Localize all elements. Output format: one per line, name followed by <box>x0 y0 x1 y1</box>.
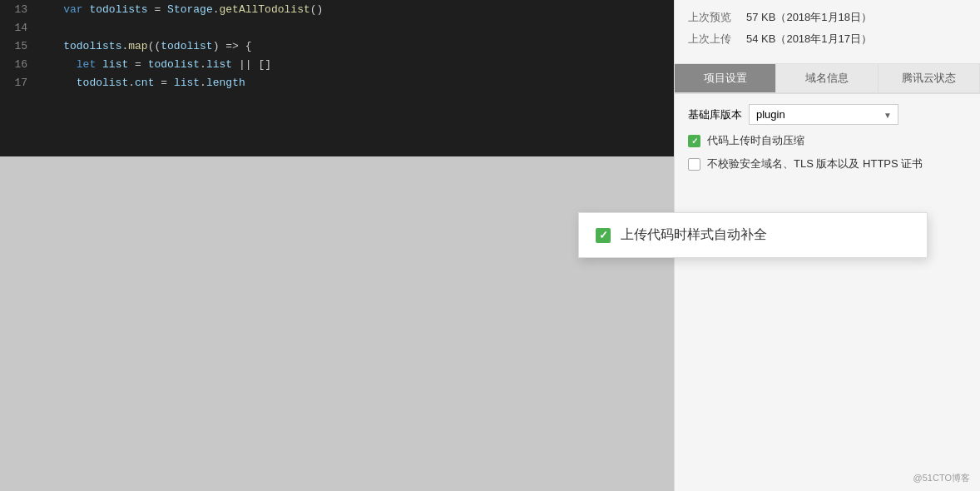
settings-content: 基础库版本 plugin 代码上传时自动压缩 不校验安全域名、TLS 版本以及 … <box>675 94 980 491</box>
line-number-16: 16 <box>0 58 37 71</box>
info-label-preview: 上次预览 <box>688 10 746 25</box>
attribution: @51CTO博客 <box>913 472 970 484</box>
checkbox-no-verify-icon <box>688 158 700 171</box>
debugger-tabs: rity Storage AppData Wxml Sensor Trace <box>0 358 674 383</box>
right-top-info: 上次预览 57 KB（2018年1月18日） 上次上传 54 KB（2018年1… <box>675 0 980 64</box>
dropdown-arrow-icon: ▼ <box>76 389 86 401</box>
debugger-content <box>0 408 674 491</box>
code-line-13: 13 var todolists = Storage.getAllTodolis… <box>0 3 674 22</box>
line-code-17: todolist.cnt = list.length <box>37 77 245 89</box>
base-lib-label: 基础库版本 <box>688 107 742 122</box>
levels-select[interactable]: Default levels ▼ <box>7 387 92 404</box>
checkbox-compress-icon <box>688 135 700 147</box>
checkbox-no-verify[interactable]: 不校验安全域名、TLS 版本以及 HTTPS 证书 <box>688 156 967 171</box>
info-label-upload: 上次上传 <box>688 32 746 47</box>
info-value-upload: 54 KB（2018年1月17日） <box>746 32 872 47</box>
editor-area: 13 var todolists = Storage.getAllTodolis… <box>0 0 674 491</box>
tooltip-text: 上传代码时样式自动补全 <box>621 226 767 244</box>
code-line-14: 14 <box>0 22 674 40</box>
debugger-tab-storage[interactable]: Storage <box>34 358 87 383</box>
base-lib-row: 基础库版本 plugin <box>688 104 967 125</box>
tab-project-settings[interactable]: 项目设置 <box>675 64 776 92</box>
checkbox-no-verify-label: 不校验安全域名、TLS 版本以及 HTTPS 证书 <box>707 156 923 171</box>
debugger-tab-wxml[interactable]: Wxml <box>143 358 186 383</box>
tooltip-popup: 上传代码时样式自动补全 <box>578 212 928 258</box>
line-number-17: 17 <box>0 77 37 89</box>
debugger-toolbar: Default levels ▼ <box>0 383 674 408</box>
code-line-17: 17 todolist.cnt = list.length <box>0 77 674 95</box>
tab-domain-info[interactable]: 域名信息 <box>776 64 878 92</box>
info-row-upload: 上次上传 54 KB（2018年1月17日） <box>688 32 967 47</box>
line-number-15: 15 <box>0 40 37 52</box>
info-row-preview: 上次预览 57 KB（2018年1月18日） <box>688 10 967 25</box>
line-number-13: 13 <box>0 3 37 16</box>
debugger-tab-sensor[interactable]: Sensor <box>186 358 235 383</box>
main-container: 13 var todolists = Storage.getAllTodolis… <box>0 0 980 491</box>
debugger-tab-appdata[interactable]: AppData <box>87 358 143 383</box>
base-lib-select-wrapper: plugin <box>749 104 898 125</box>
code-line-15: 15 todolists.map((todolist) => { <box>0 40 674 58</box>
checkbox-compress-label: 代码上传时自动压缩 <box>707 133 804 148</box>
checkbox-auto-compress[interactable]: 代码上传时自动压缩 <box>688 133 967 148</box>
debugger-tab-trace[interactable]: Trace <box>235 358 277 383</box>
code-line-16: 16 let list = todolist.list || [] <box>0 58 674 77</box>
tooltip-checkbox-icon <box>596 228 611 243</box>
line-number-14: 14 <box>0 22 37 34</box>
debugger-tab-rity[interactable]: rity <box>3 358 34 383</box>
line-code-13: var todolists = Storage.getAllTodolist() <box>37 3 323 16</box>
tab-tencent-cloud[interactable]: 腾讯云状态 <box>879 64 980 92</box>
info-value-preview: 57 KB（2018年1月18日） <box>746 10 872 25</box>
right-tabs: 项目设置 域名信息 腾讯云状态 <box>675 64 980 94</box>
debugger-area: rity Storage AppData Wxml Sensor Trace D… <box>0 358 674 491</box>
levels-label: Default levels <box>12 389 72 401</box>
base-lib-select[interactable]: plugin <box>749 104 898 125</box>
line-code-15: todolists.map((todolist) => { <box>37 40 252 52</box>
line-code-16: let list = todolist.list || [] <box>37 58 271 71</box>
